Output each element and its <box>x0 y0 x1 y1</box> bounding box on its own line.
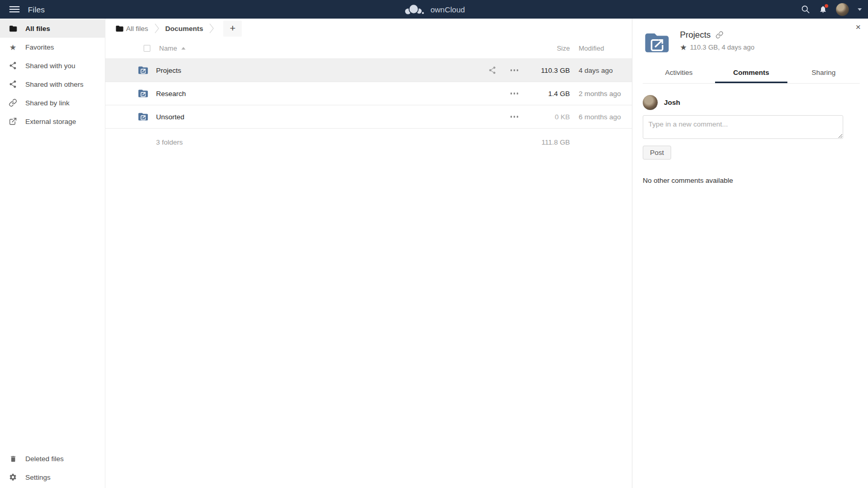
sidebar-item-settings[interactable]: Settings <box>0 468 105 486</box>
breadcrumb: All files Documents + <box>105 19 632 38</box>
link-icon <box>8 99 18 107</box>
post-comment-button[interactable]: Post <box>643 146 671 160</box>
sidebar-item-all-files[interactable]: All files <box>0 19 105 38</box>
sidebar-item-label: External storage <box>25 118 76 125</box>
details-tabs: Activities Comments Sharing <box>643 65 860 84</box>
sidebar: All files ★ Favorites Shared with you <box>0 19 105 488</box>
file-size: 0 KB <box>521 113 570 121</box>
file-size: 110.3 GB <box>521 67 570 74</box>
new-comment-input[interactable] <box>643 115 843 139</box>
file-name[interactable]: Unsorted <box>156 113 184 121</box>
close-icon[interactable]: × <box>856 23 861 32</box>
sidebar-item-favorites[interactable]: ★ Favorites <box>0 38 105 56</box>
chevron-right-icon <box>209 23 214 34</box>
sidebar-item-shared-by-link[interactable]: Shared by link <box>0 93 105 112</box>
column-header-name[interactable]: Name <box>159 44 177 52</box>
file-modified: 4 days ago <box>570 67 632 74</box>
comment-author-name: Josh <box>664 99 680 106</box>
home-folder-icon[interactable] <box>115 24 124 33</box>
star-icon: ★ <box>8 43 18 51</box>
trash-icon <box>8 455 18 463</box>
external-storage-icon <box>8 117 18 125</box>
gear-icon <box>8 473 18 481</box>
menu-icon[interactable] <box>9 6 20 13</box>
file-table-header: Name Size Modified <box>105 38 632 59</box>
sidebar-item-shared-with-you[interactable]: Shared with you <box>0 56 105 75</box>
sidebar-item-shared-with-others[interactable]: Shared with others <box>0 75 105 93</box>
sort-ascending-icon[interactable] <box>181 47 185 50</box>
sidebar-item-label: Shared with you <box>25 62 75 70</box>
owncloud-logo-text: ownCloud <box>430 5 465 14</box>
favorite-star-icon[interactable]: ★ <box>680 43 687 51</box>
tab-sharing[interactable]: Sharing <box>787 65 860 83</box>
link-icon[interactable] <box>716 31 723 39</box>
sidebar-item-deleted-files[interactable]: Deleted files <box>0 449 105 468</box>
file-list-summary: 3 folders 111.8 GB <box>105 129 632 153</box>
user-menu-caret-icon[interactable] <box>858 8 862 11</box>
share-icon <box>8 80 18 88</box>
owncloud-logo: ownCloud <box>403 0 465 19</box>
shared-folder-icon <box>137 88 149 99</box>
table-row-research[interactable]: Research 1.4 GB 2 months ago <box>105 82 632 105</box>
notifications-bell-icon[interactable] <box>819 5 827 13</box>
select-all-checkbox[interactable] <box>144 45 150 52</box>
share-icon <box>8 61 18 70</box>
sidebar-item-label: Settings <box>25 474 51 481</box>
new-file-button[interactable]: + <box>223 21 242 37</box>
column-header-modified[interactable]: Modified <box>570 44 632 52</box>
more-options-icon[interactable] <box>510 69 519 71</box>
file-modified: 2 months ago <box>570 90 632 98</box>
file-name[interactable]: Research <box>156 90 186 98</box>
file-size: 1.4 GB <box>521 90 570 98</box>
folder-icon <box>8 24 18 33</box>
summary-total-size: 111.8 GB <box>521 138 570 146</box>
sidebar-item-label: Shared by link <box>25 99 70 107</box>
column-header-size[interactable]: Size <box>521 44 570 52</box>
owncloud-cloud-icon <box>403 3 427 16</box>
more-options-icon[interactable] <box>510 116 519 118</box>
tab-activities[interactable]: Activities <box>643 65 715 83</box>
shared-folder-icon <box>137 111 149 122</box>
table-row-projects[interactable]: Projects 110.3 GB 4 days ago <box>105 59 632 82</box>
breadcrumb-root[interactable]: All files <box>126 25 148 33</box>
sidebar-item-external-storage[interactable]: External storage <box>0 112 105 131</box>
sidebar-item-label: Favorites <box>25 43 54 51</box>
table-row-unsorted[interactable]: Unsorted 0 KB 6 months ago <box>105 105 632 129</box>
search-icon[interactable] <box>801 5 810 14</box>
more-options-icon[interactable] <box>510 92 519 95</box>
sidebar-item-label: Shared with others <box>25 81 84 88</box>
breadcrumb-current[interactable]: Documents <box>165 25 204 33</box>
file-name[interactable]: Projects <box>156 67 181 74</box>
details-panel: × Projects <box>632 19 868 488</box>
tab-comments[interactable]: Comments <box>715 65 787 83</box>
shared-folder-icon <box>643 30 671 56</box>
file-modified: 6 months ago <box>570 113 632 121</box>
share-icon[interactable] <box>488 66 497 74</box>
comment-author-avatar <box>643 95 658 110</box>
app-title: Files <box>28 5 45 14</box>
top-bar: Files ownCloud <box>0 0 868 19</box>
summary-folder-count: 3 folders <box>156 138 183 146</box>
sidebar-item-label: Deleted files <box>25 455 64 463</box>
user-avatar[interactable] <box>836 3 849 16</box>
sidebar-item-label: All files <box>25 25 50 33</box>
details-meta: 110.3 GB, 4 days ago <box>690 43 754 51</box>
chevron-right-icon <box>154 23 159 34</box>
details-title: Projects <box>680 30 711 40</box>
file-list-panel: All files Documents + Name Size Modified <box>105 19 632 488</box>
no-comments-message: No other comments available <box>643 177 860 184</box>
notification-dot <box>825 4 828 8</box>
shared-folder-icon <box>137 65 149 76</box>
